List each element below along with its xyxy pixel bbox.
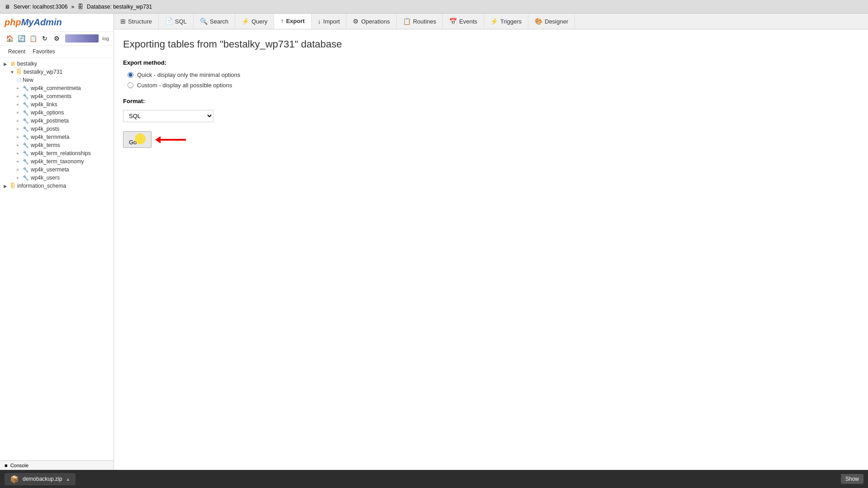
tab-label-operations: Operations: [361, 18, 390, 25]
tab-bar: ⊞Structure📄SQL🔍Search⚡Query↑Export↓Impor…: [114, 14, 868, 29]
tab-label-structure: Structure: [128, 18, 152, 25]
radio-quick-label: Quick - display only the minimal options: [137, 71, 240, 78]
tab-operations[interactable]: ⚙Operations: [346, 14, 397, 29]
sidebar-tree: ▶🖥bestalky▼🗄bestalky_wp731📄New+🔧wp4k_com…: [0, 58, 114, 460]
tab-label-designer: Designer: [545, 18, 568, 25]
format-select[interactable]: SQLCSVJSONXMLExcel: [123, 110, 213, 122]
sidebar-tree-item[interactable]: +🔧wp4k_options: [0, 109, 114, 117]
radio-quick-option[interactable]: Quick - display only the minimal options: [128, 71, 859, 78]
sidebar-tree-item[interactable]: +🔧wp4k_term_relationships: [0, 149, 114, 157]
tab-sql[interactable]: 📄SQL: [159, 14, 194, 29]
radio-custom-input[interactable]: [128, 82, 133, 88]
sidebar: phpMyAdmin 🏠 🔄 📋 ↻ ⚙ log Recent Favorite…: [0, 14, 114, 470]
taskbar-show-button[interactable]: Show: [841, 474, 863, 484]
sidebar-tree-item[interactable]: +🔧wp4k_commentmeta: [0, 84, 114, 92]
tab-export[interactable]: ↑Export: [274, 14, 311, 29]
progress-bar: [65, 34, 99, 43]
sidebar-tree-item[interactable]: +🔧wp4k_comments: [0, 92, 114, 100]
console-icon: ■: [5, 463, 8, 468]
recent-icon[interactable]: 📋: [28, 33, 38, 43]
refresh-icon[interactable]: ↻: [40, 33, 50, 43]
browser-bar: 🖥 Server: localhost:3306 » 🗄 Database: b…: [0, 0, 868, 14]
page-title: Exporting tables from "bestalky_wp731" d…: [123, 38, 859, 50]
tab-label-events: Events: [459, 18, 477, 25]
reload-icon[interactable]: 🔄: [16, 33, 26, 43]
sidebar-tree-item[interactable]: 📄New: [0, 76, 114, 84]
main-content: ⊞Structure📄SQL🔍Search⚡Query↑Export↓Impor…: [114, 14, 868, 470]
format-label: Format:: [123, 98, 859, 104]
tab-routines[interactable]: 📋Routines: [397, 14, 443, 29]
separator-icon: »: [71, 4, 74, 10]
structure-icon: ⊞: [120, 18, 126, 25]
tree-item-label: bestalky: [17, 61, 37, 67]
designer-icon: 🎨: [535, 18, 542, 25]
log-label: log: [102, 36, 109, 41]
taskbar-file-item[interactable]: 📦 demobackup.zip ▲: [5, 473, 76, 485]
console-bar[interactable]: ■ Console: [0, 460, 114, 470]
tab-label-sql: SQL: [175, 18, 187, 25]
pma-logo: phpMyAdmin: [5, 17, 62, 28]
sidebar-tree-item[interactable]: +🔧wp4k_termmeta: [0, 133, 114, 141]
database-icon: 🗄: [78, 4, 83, 10]
window-icon: 🖥: [5, 4, 10, 10]
sidebar-tree-item[interactable]: +🔧wp4k_links: [0, 100, 114, 109]
tree-item-label: New: [23, 77, 33, 83]
events-icon: 📅: [449, 18, 457, 25]
arrow-red: [159, 139, 186, 141]
sidebar-tree-item[interactable]: +🔧wp4k_usermeta: [0, 166, 114, 174]
export-method-label: Export method:: [123, 59, 859, 66]
taskbar: 📦 demobackup.zip ▲ Show: [0, 470, 868, 488]
sidebar-tree-item[interactable]: +🔧wp4k_postmeta: [0, 117, 114, 125]
new-icon: 📄: [16, 78, 21, 83]
tab-label-routines: Routines: [413, 18, 436, 25]
sidebar-tree-item[interactable]: ▶🗄information_schema: [0, 182, 114, 190]
sidebar-tree-item[interactable]: +🔧wp4k_term_taxonomy: [0, 157, 114, 166]
tab-label-query: Query: [251, 18, 267, 25]
tree-item-label: wp4k_terms: [31, 142, 60, 148]
go-row: Go: [123, 131, 859, 148]
tree-item-label: wp4k_postmeta: [31, 118, 69, 124]
sidebar-tree-item[interactable]: +🔧wp4k_posts: [0, 125, 114, 133]
tab-query[interactable]: ⚡Query: [235, 14, 274, 29]
sidebar-nav: Recent Favorites: [0, 46, 114, 58]
tab-events[interactable]: 📅Events: [443, 14, 484, 29]
sidebar-header: phpMyAdmin: [0, 14, 114, 32]
tree-item-label: wp4k_users: [31, 175, 60, 181]
tree-item-label: wp4k_termmeta: [31, 134, 69, 140]
app-container: phpMyAdmin 🏠 🔄 📋 ↻ ⚙ log Recent Favorite…: [0, 14, 868, 470]
tab-structure[interactable]: ⊞Structure: [114, 14, 159, 29]
sidebar-tree-item[interactable]: ▼🗄bestalky_wp731: [0, 68, 114, 76]
server-info: Server: localhost:3306: [14, 4, 67, 10]
tab-triggers[interactable]: ⚡Triggers: [484, 14, 528, 29]
import-icon: ↓: [318, 18, 321, 25]
tree-item-label: wp4k_usermeta: [31, 166, 69, 173]
settings-icon[interactable]: ⚙: [52, 33, 62, 43]
radio-custom-option[interactable]: Custom - display all possible options: [128, 82, 859, 89]
home-icon[interactable]: 🏠: [5, 33, 14, 43]
favorites-nav[interactable]: Favorites: [29, 47, 58, 56]
arrow-indicator: [159, 139, 186, 141]
tab-search[interactable]: 🔍Search: [194, 14, 235, 29]
tree-item-label: information_schema: [17, 183, 66, 189]
page-content: Exporting tables from "bestalky_wp731" d…: [114, 29, 868, 470]
recent-nav[interactable]: Recent: [5, 47, 29, 56]
sidebar-tree-item[interactable]: +🔧wp4k_terms: [0, 141, 114, 149]
radio-quick-input[interactable]: [128, 72, 133, 78]
tree-item-label: wp4k_posts: [31, 126, 59, 132]
tree-item-label: wp4k_links: [31, 101, 57, 108]
tab-designer[interactable]: 🎨Designer: [528, 14, 575, 29]
operations-icon: ⚙: [353, 18, 359, 25]
database-info: Database: bestalky_wp731: [87, 4, 152, 10]
tab-label-triggers: Triggers: [500, 18, 522, 25]
taskbar-file-label: demobackup.zip: [23, 476, 62, 482]
console-label: Console: [10, 463, 28, 468]
zip-icon: 📦: [10, 475, 19, 483]
sidebar-tree-item[interactable]: ▶🖥bestalky: [0, 60, 114, 68]
go-button[interactable]: Go: [123, 131, 152, 148]
sidebar-tree-item[interactable]: +🔧wp4k_users: [0, 174, 114, 182]
search-icon: 🔍: [200, 18, 208, 25]
tree-item-label: wp4k_term_taxonomy: [31, 158, 84, 165]
tree-item-label: wp4k_term_relationships: [31, 150, 91, 156]
sql-icon: 📄: [165, 18, 173, 25]
tab-import[interactable]: ↓Import: [312, 14, 347, 29]
